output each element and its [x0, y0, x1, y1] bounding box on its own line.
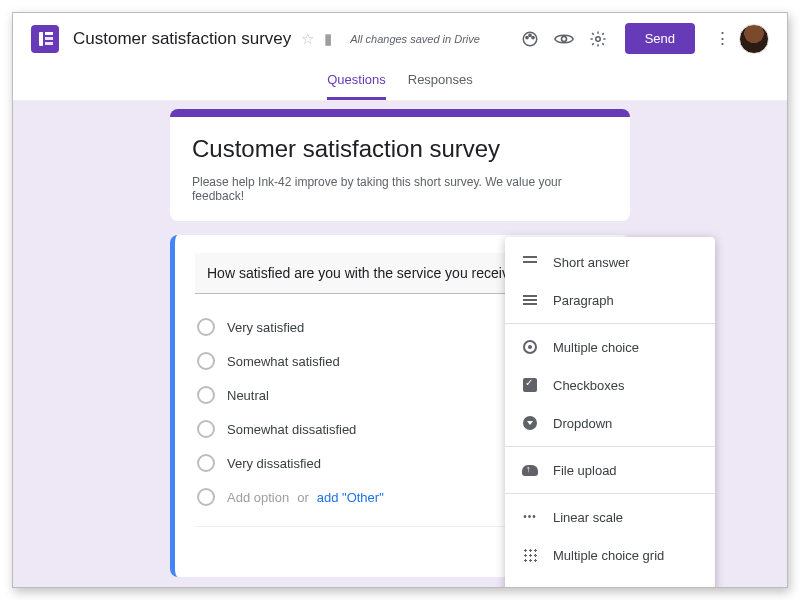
save-status: All changes saved in Drive	[350, 33, 480, 45]
account-avatar[interactable]	[739, 24, 769, 54]
menu-label: File upload	[553, 463, 617, 478]
form-canvas: Customer satisfaction survey Please help…	[13, 101, 787, 587]
svg-point-3	[532, 36, 534, 38]
customize-theme-icon[interactable]	[515, 24, 545, 54]
menu-label: Multiple choice	[553, 340, 639, 355]
menu-separator	[505, 323, 715, 324]
option-label[interactable]: Somewhat dissatisfied	[227, 422, 356, 437]
cb-grid-icon	[521, 584, 539, 587]
menu-separator	[505, 493, 715, 494]
settings-gear-icon[interactable]	[583, 24, 613, 54]
short-answer-icon	[521, 253, 539, 271]
menu-label: Linear scale	[553, 510, 623, 525]
form-header-card[interactable]: Customer satisfaction survey Please help…	[170, 109, 630, 221]
star-icon[interactable]: ☆	[301, 30, 314, 48]
svg-point-1	[526, 36, 528, 38]
linear-scale-icon: •••	[521, 508, 539, 526]
radio-icon	[197, 386, 215, 404]
menu-item-linear-scale[interactable]: ••• Linear scale	[505, 498, 715, 536]
radio-icon	[197, 352, 215, 370]
checkboxes-icon	[521, 376, 539, 394]
svg-point-2	[529, 34, 531, 36]
add-option-label[interactable]: Add option	[227, 490, 289, 505]
mc-grid-icon	[521, 546, 539, 564]
menu-label: Paragraph	[553, 293, 614, 308]
menu-item-mc-grid[interactable]: Multiple choice grid	[505, 536, 715, 574]
more-menu-icon[interactable]: ⋮	[707, 24, 737, 54]
menu-label: Multiple choice grid	[553, 548, 664, 563]
menu-item-dropdown[interactable]: Dropdown	[505, 404, 715, 442]
app-header: Customer satisfaction survey ☆ ▮ All cha…	[13, 13, 787, 58]
doc-title[interactable]: Customer satisfaction survey	[73, 29, 291, 49]
paragraph-icon	[521, 291, 539, 309]
add-other-button[interactable]: add "Other"	[317, 490, 384, 505]
menu-item-paragraph[interactable]: Paragraph	[505, 281, 715, 319]
dropdown-icon	[521, 414, 539, 432]
radio-icon	[197, 454, 215, 472]
move-folder-icon[interactable]: ▮	[324, 30, 332, 48]
tab-questions[interactable]: Questions	[327, 62, 386, 100]
multiple-choice-icon	[521, 338, 539, 356]
menu-item-file-upload[interactable]: File upload	[505, 451, 715, 489]
option-label[interactable]: Very satisfied	[227, 320, 304, 335]
radio-icon	[197, 420, 215, 438]
option-label[interactable]: Neutral	[227, 388, 269, 403]
menu-label: Dropdown	[553, 416, 612, 431]
menu-item-checkboxes[interactable]: Checkboxes	[505, 366, 715, 404]
send-button[interactable]: Send	[625, 23, 695, 54]
menu-item-multiple-choice[interactable]: Multiple choice	[505, 328, 715, 366]
question-type-menu: Short answer Paragraph Multiple choice C…	[505, 237, 715, 587]
file-upload-icon	[521, 461, 539, 479]
radio-icon	[197, 488, 215, 506]
svg-point-5	[595, 36, 600, 41]
menu-label: Short answer	[553, 255, 630, 270]
form-title[interactable]: Customer satisfaction survey	[192, 135, 608, 163]
forms-logo-icon[interactable]	[31, 25, 59, 53]
menu-item-cb-grid[interactable]: Checkbox grid	[505, 574, 715, 587]
or-label: or	[297, 490, 309, 505]
preview-icon[interactable]	[549, 24, 579, 54]
menu-label: Checkboxes	[553, 378, 625, 393]
tab-responses[interactable]: Responses	[408, 62, 473, 100]
radio-icon	[197, 318, 215, 336]
option-label[interactable]: Very dissatisfied	[227, 456, 321, 471]
menu-separator	[505, 446, 715, 447]
form-description[interactable]: Please help Ink-42 improve by taking thi…	[192, 175, 608, 203]
tab-bar: Questions Responses	[13, 58, 787, 101]
menu-item-short-answer[interactable]: Short answer	[505, 243, 715, 281]
svg-point-4	[561, 36, 566, 41]
menu-label: Checkbox grid	[553, 586, 636, 588]
option-label[interactable]: Somewhat satisfied	[227, 354, 340, 369]
